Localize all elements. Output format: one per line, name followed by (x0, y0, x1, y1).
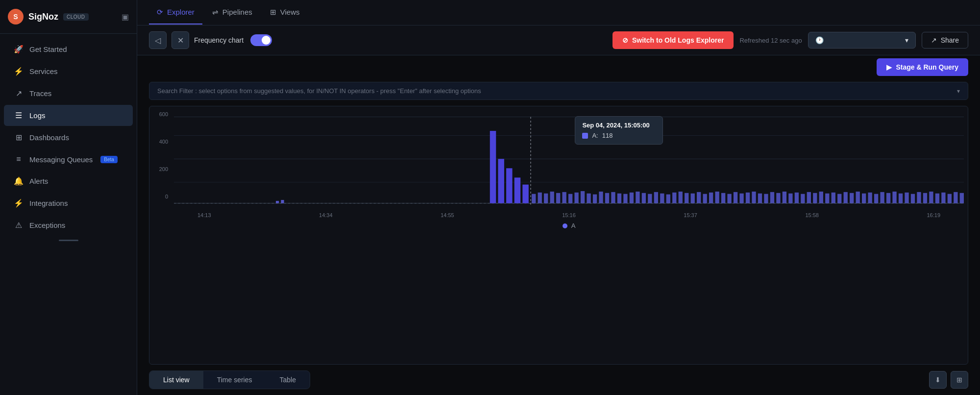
switch-btn-icon: ⊘ (622, 36, 628, 44)
y-axis-labels: 600 400 200 0 (149, 111, 168, 199)
get-started-icon: 🚀 (14, 45, 24, 54)
svg-rect-55 (783, 192, 786, 203)
svg-rect-64 (837, 194, 841, 203)
svg-rect-33 (648, 194, 652, 203)
back-button[interactable]: ◁ (149, 31, 167, 49)
svg-rect-56 (788, 194, 792, 203)
svg-rect-36 (666, 195, 670, 203)
svg-rect-73 (892, 192, 896, 203)
sidebar-label-services: Services (29, 67, 58, 75)
svg-rect-84 (960, 193, 964, 203)
sidebar-item-services[interactable]: ⚡ Services (4, 61, 133, 82)
search-filter-bar[interactable]: Search Filter : select options from sugg… (149, 82, 968, 100)
tab-views-label: Views (280, 8, 300, 16)
switch-btn-label: Switch to Old Logs Explorer (632, 36, 724, 44)
view-tab-time-series[interactable]: Time series (203, 371, 266, 389)
sidebar-item-messaging-queues[interactable]: ≡ Messaging Queues Beta (4, 149, 133, 170)
svg-rect-34 (654, 192, 658, 203)
top-tabs-bar: ⟳ Explorer ⇌ Pipelines ⊞ Views (137, 0, 980, 25)
svg-rect-81 (941, 193, 945, 203)
sidebar-item-exceptions[interactable]: ⚠ Exceptions (4, 215, 133, 236)
sidebar-collapse-icon[interactable]: ▣ (122, 12, 129, 22)
views-tab-icon: ⊞ (270, 8, 276, 17)
svg-rect-12 (514, 177, 520, 203)
svg-rect-49 (746, 193, 750, 203)
sidebar-item-alerts[interactable]: 🔔 Alerts (4, 171, 133, 192)
svg-rect-66 (850, 193, 854, 203)
switch-to-old-logs-btn[interactable]: ⊘ Switch to Old Logs Explorer (612, 31, 734, 49)
y-label-600: 600 (149, 111, 168, 117)
svg-rect-7 (276, 201, 279, 203)
svg-rect-62 (825, 194, 829, 203)
svg-rect-54 (776, 193, 780, 203)
sidebar-item-traces[interactable]: ↗ Traces (4, 83, 133, 104)
share-icon: ↗ (931, 36, 937, 44)
services-icon: ⚡ (14, 67, 24, 76)
svg-rect-18 (556, 193, 560, 203)
traces-icon: ↗ (14, 89, 24, 98)
app-logo-icon: S (8, 9, 24, 25)
app-name: SigNoz (28, 12, 58, 22)
svg-rect-37 (672, 193, 676, 203)
frequency-chart-toggle[interactable] (250, 34, 272, 46)
svg-rect-78 (923, 193, 927, 203)
tab-explorer[interactable]: ⟳ Explorer (149, 1, 202, 25)
svg-rect-19 (562, 192, 566, 203)
svg-rect-13 (522, 185, 528, 203)
view-tab-list[interactable]: List view (149, 371, 203, 389)
sidebar-item-integrations[interactable]: ⚡ Integrations (4, 193, 133, 214)
svg-rect-47 (734, 192, 737, 203)
svg-rect-27 (611, 192, 615, 203)
sidebar-item-dashboards[interactable]: ⊞ Dashboards (4, 127, 133, 148)
y-label-0: 0 (149, 194, 168, 199)
cloud-badge: CLOUD (63, 13, 89, 21)
tab-views[interactable]: ⊞ Views (262, 1, 308, 25)
svg-rect-59 (807, 192, 811, 203)
svg-rect-67 (856, 192, 860, 203)
svg-rect-30 (630, 193, 634, 203)
run-label: Stage & Run Query (896, 63, 958, 71)
stage-and-run-query-button[interactable]: ▶ Stage & Run Query (877, 58, 968, 76)
search-chevron-icon: ▾ (957, 88, 960, 95)
x-label-1434: 14:34 (319, 212, 333, 218)
sidebar-label-messaging-queues: Messaging Queues (29, 155, 93, 164)
download-button[interactable]: ⬇ (929, 371, 947, 389)
sidebar-label-integrations: Integrations (29, 199, 68, 207)
svg-rect-23 (587, 194, 590, 203)
x-label-1455: 14:55 (441, 212, 454, 218)
tab-pipelines-label: Pipelines (222, 8, 252, 16)
svg-rect-40 (691, 194, 695, 203)
svg-rect-17 (550, 192, 554, 203)
run-icon: ▶ (886, 63, 892, 71)
alerts-icon: 🔔 (14, 176, 24, 186)
svg-rect-46 (727, 194, 731, 203)
tab-pipelines[interactable]: ⇌ Pipelines (204, 1, 260, 25)
sidebar: S SigNoz CLOUD ▣ 🚀 Get Started ⚡ Service… (0, 0, 137, 395)
sidebar-item-logs[interactable]: ☰ Logs (4, 105, 133, 126)
close-button[interactable]: ✕ (172, 31, 189, 49)
columns-button[interactable]: ⊞ (951, 371, 968, 389)
svg-rect-45 (721, 193, 725, 203)
y-label-400: 400 (149, 139, 168, 145)
svg-rect-79 (929, 192, 933, 203)
time-range-select[interactable]: 🕐 ▾ (808, 32, 916, 49)
chart-legend: A (174, 222, 964, 229)
x-label-1516: 15:16 (562, 212, 576, 218)
svg-rect-74 (899, 194, 903, 203)
x-label-1558: 15:58 (805, 212, 819, 218)
legend-label: A (571, 222, 576, 229)
svg-rect-44 (715, 192, 719, 203)
svg-rect-68 (862, 194, 866, 203)
svg-rect-9 (490, 131, 496, 203)
svg-rect-71 (880, 192, 884, 203)
explorer-tab-icon: ⟳ (157, 8, 163, 17)
view-tab-table[interactable]: Table (266, 371, 310, 389)
share-button[interactable]: ↗ Share (922, 32, 968, 49)
svg-rect-10 (498, 159, 504, 203)
tab-explorer-label: Explorer (167, 8, 195, 16)
sidebar-label-traces: Traces (29, 89, 51, 98)
svg-rect-61 (819, 192, 823, 203)
sidebar-item-get-started[interactable]: 🚀 Get Started (4, 39, 133, 60)
svg-rect-22 (581, 191, 585, 203)
svg-rect-21 (574, 193, 578, 203)
